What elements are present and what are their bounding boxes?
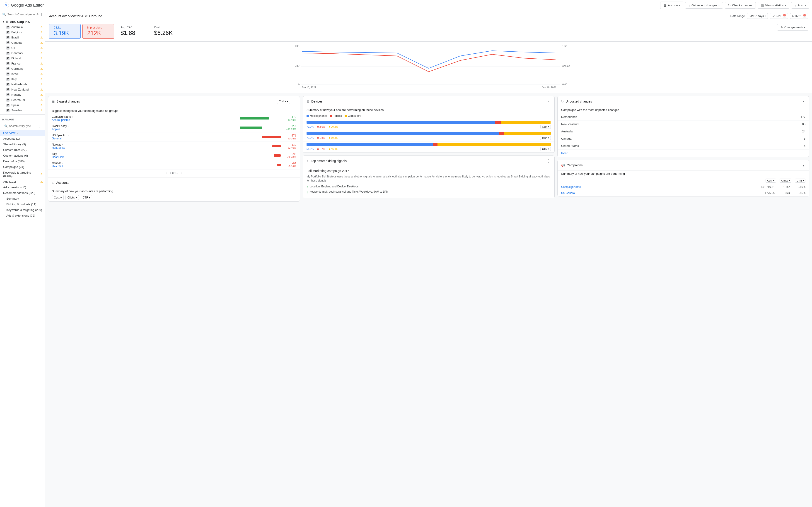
view-statistics-button[interactable]: ▦ View statistics ▾ [758, 2, 789, 9]
accounts-ctr-dropdown[interactable]: CTR ▾ [81, 195, 92, 200]
campaign-clicks: 1,157 [776, 185, 790, 188]
sidebar-nav-overview[interactable]: Overview ↗ [0, 130, 45, 136]
date-to-input[interactable]: 6/16/21 📅 [790, 13, 808, 19]
change-bar-container [240, 145, 281, 147]
sidebar-item-spain[interactable]: 🏴 Spain ⚠ [0, 103, 45, 108]
sidebar-nav-campaigns-24[interactable]: Campaigns (24) [0, 164, 45, 170]
computer-dot [345, 115, 347, 117]
sidebar-item-denmark[interactable]: 🏴 Denmark ⚠ [0, 51, 45, 56]
sidebar-nav-custom-actions-0[interactable]: Custom actions (0) [0, 153, 45, 159]
y-label-0: 0 [298, 83, 300, 86]
campaign-name: US Specifi... › [52, 134, 238, 137]
warning-icon: ⚠ [40, 62, 43, 65]
sidebar-item-france[interactable]: 🏴 France ⚠ [0, 61, 45, 66]
post-button[interactable]: ↑ Post ▾ [791, 2, 809, 9]
metric-card-cost[interactable]: Cost $6.26K [150, 24, 181, 39]
unposted-menu[interactable]: ⋮ [801, 99, 805, 104]
y-label-800: 800.00 [562, 65, 570, 68]
sidebar-item-brazil[interactable]: 🏴 Brazil ⚠ [0, 35, 45, 40]
date-from-input[interactable]: 6/10/21 📅 [770, 13, 788, 19]
sidebar-item-canada[interactable]: 🏴 Canada ⚠ [0, 40, 45, 45]
more-icon[interactable]: ⋮ [40, 13, 43, 16]
campaigns-menu[interactable]: ⋮ [801, 163, 805, 168]
sidebar-item-cii[interactable]: 🏴 CII ⚠ [0, 45, 45, 51]
adgroup-name[interactable]: Heat Sink [52, 156, 238, 159]
sidebar-nav-summary[interactable]: Summary [0, 196, 45, 202]
sidebar-item-sweden[interactable]: 🏴 Sweden ⚠ [0, 108, 45, 113]
cost-label: Cost [154, 26, 177, 29]
sidebar-nav-accounts-1[interactable]: Accounts (1) [0, 136, 45, 142]
post-button-widget[interactable]: Post [558, 150, 809, 157]
sidebar-search-bar[interactable]: 🔍 ⋮ [0, 11, 45, 18]
biggest-changes-menu[interactable]: ⋮ [292, 99, 296, 104]
device-metric-selector[interactable]: Cost ▾ [540, 125, 551, 129]
sidebar-item-australia[interactable]: 🏴 Australia ⚠ [0, 24, 45, 30]
accounts-clicks-dropdown[interactable]: Clicks ▾ [65, 195, 79, 200]
device-metric-selector[interactable]: CTR ▾ [540, 147, 551, 151]
metric-card-avg-cpc[interactable]: Avg. CPC $1.88 [116, 24, 148, 39]
sidebar-nav-shared-library-9[interactable]: Shared library (9) [0, 142, 45, 147]
sidebar-nav-keywords-&-targeting-8,434[interactable]: Keywords & targeting (8,434) ⚠ [0, 170, 45, 179]
sidebar-nav-ad-extensions-0[interactable]: Ad extensions (0) [0, 184, 45, 190]
country-name: Brazil [11, 36, 19, 39]
adgroup-name[interactable]: General [52, 137, 238, 140]
sidebar-nav-ads-191[interactable]: Ads (191) ⚠ [0, 179, 45, 184]
tablet-pct: ■ 1.8% [317, 136, 325, 139]
sidebar-nav-error-infos-380[interactable]: Error Infos (380) [0, 159, 45, 164]
change-values: -98 -32.43% [283, 153, 296, 159]
sidebar-item-finland[interactable]: 🏴 Finland ⚠ [0, 56, 45, 61]
date-range-select[interactable]: Last 7 days ▾ [747, 13, 768, 19]
camp-ctr-select[interactable]: CTR ▾ [795, 179, 805, 183]
adgroup-name[interactable]: AdGroupName [52, 118, 238, 121]
camp-ctr-label: CTR [797, 179, 802, 182]
adgroup-name[interactable]: Apples [52, 128, 238, 131]
sidebar-item-israel[interactable]: 🏴 Israel ⚠ [0, 71, 45, 76]
biggest-changes-dropdown[interactable]: Clicks ▾ [277, 99, 290, 104]
camp-cost-select[interactable]: Cost ▾ [766, 179, 776, 183]
change-names: Canada › Heat Sink [52, 162, 238, 168]
sidebar-item-belgium[interactable]: 🏴 Belgium ⚠ [0, 30, 45, 35]
check-changes-button[interactable]: ↻ Check changes [725, 2, 756, 9]
device-row: 78.9% ■ 1.8% ■ 19.3% Impr. ▾ [303, 130, 554, 142]
accounts-menu[interactable]: ⋮ [292, 180, 296, 185]
adgroup-name[interactable]: Heat Sinks [52, 146, 238, 150]
sidebar-item-search-39[interactable]: 🏴 Search-39 ⚠ [0, 97, 45, 103]
chevron-down-icon-bc: ▾ [287, 100, 288, 103]
sidebar-item-new-zealand[interactable]: 🏴 New Zealand ⚠ [0, 87, 45, 92]
negative-bar [274, 154, 281, 157]
devices-menu[interactable]: ⋮ [547, 99, 551, 104]
accounts-button[interactable]: ⊞ Accounts [660, 2, 683, 9]
metric-card-impressions[interactable]: Impressions 212K [83, 24, 114, 39]
campaign-row-name[interactable]: US General [561, 191, 759, 194]
more-icon-manage[interactable]: ⋮ [38, 124, 41, 128]
accounts-cost-dropdown[interactable]: Cost ▾ [52, 195, 64, 200]
camp-clicks-label: Clicks [781, 179, 788, 182]
avg-cpc-label: Avg. CPC [120, 26, 143, 29]
sidebar-nav-custom-rules-27[interactable]: Custom rules (27) [0, 147, 45, 153]
sidebar-nav-bidding-&-budgets-11[interactable]: Bidding & budgets (11) [0, 202, 45, 207]
campaign-row-name[interactable]: CampaignName [561, 185, 759, 188]
sidebar-item-norway[interactable]: 🏴 Norway ⚠ [0, 92, 45, 97]
entity-type-search-input[interactable] [9, 124, 37, 128]
sidebar-nav-keywords-&-targeting-239[interactable]: Keywords & targeting (239) [0, 207, 45, 213]
sidebar-nav-recommendations-329[interactable]: Recommendations (329) [0, 190, 45, 196]
prev-page-icon[interactable]: ‹ [166, 171, 167, 174]
sidebar-nav-ads-&-extensions-79[interactable]: Ads & extensions (79) [0, 213, 45, 218]
sidebar-item-netherlands[interactable]: 🏴 Netherlands ⚠ [0, 82, 45, 87]
get-recent-changes-button[interactable]: ↓ Get recent changes ▾ [685, 2, 723, 9]
next-page-icon[interactable]: › [181, 171, 182, 174]
manage-search-bar[interactable]: 🔍 ⋮ [2, 123, 43, 129]
sidebar-search-input[interactable] [7, 13, 39, 16]
sidebar-item-germany[interactable]: 🏴 Germany ⚠ [0, 66, 45, 71]
adgroup-name[interactable]: Heat Sink [52, 165, 238, 168]
sidebar-item-italy[interactable]: 🏴 Italy ⚠ [0, 76, 45, 82]
account-header[interactable]: ▼ ⊞ ABC Corp Inc. [0, 18, 45, 24]
smart-bidding-menu[interactable]: ⋮ [547, 159, 551, 163]
camp-clicks-select[interactable]: Clicks ▾ [779, 179, 792, 183]
clicks-value: 3.19K [54, 30, 76, 37]
metric-card-clicks[interactable]: Clicks 3.19K [49, 24, 81, 39]
change-metrics-button[interactable]: ✎ Change metrics [777, 24, 808, 31]
device-metric-selector[interactable]: Impr. ▾ [540, 136, 551, 140]
table-row: Black Friday › Apples +318 +11.23% [48, 123, 300, 132]
warning-icon: ⚠ [40, 25, 43, 29]
